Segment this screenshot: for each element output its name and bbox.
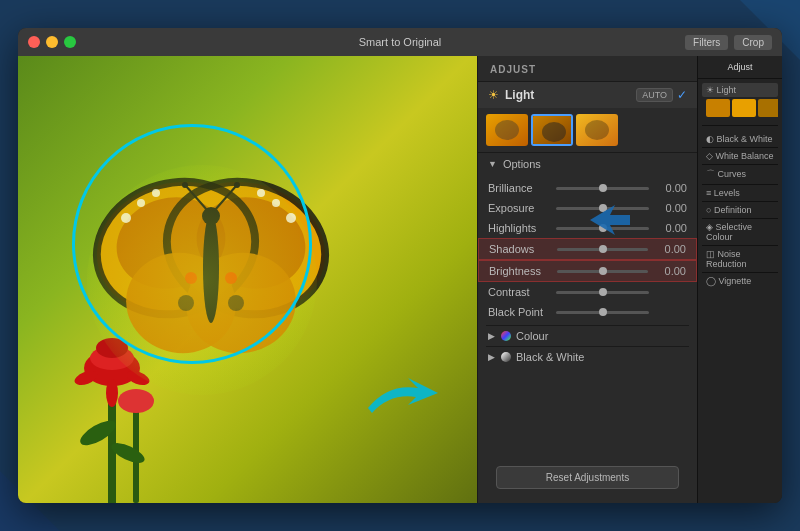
app-window: Smart to Original Filters Crop [18, 28, 782, 503]
light-section-title: Light [505, 88, 636, 102]
filmstrip-header: Adjust [698, 56, 782, 79]
svg-rect-41 [706, 99, 730, 117]
svg-point-38 [542, 122, 566, 142]
brilliance-slider[interactable] [556, 187, 649, 190]
filmstrip-bw-label: ◐ Black & White [706, 134, 773, 144]
filters-tab[interactable]: Filters [685, 35, 728, 50]
title-bar-center: Smart to Original [359, 36, 442, 48]
colour-arrow-icon: ▶ [488, 331, 495, 341]
brightness-slider[interactable] [557, 270, 648, 273]
filmstrip-item-black-white[interactable]: ◐ Black & White [702, 132, 778, 146]
reset-adjustments-button[interactable]: Reset Adjustments [496, 466, 679, 489]
filmstrip-panel: Adjust ☀ Light [697, 56, 782, 503]
filmstrip-def-label: ○ Definition [706, 205, 751, 215]
filmstrip-curves-label: ⌒ Curves [706, 168, 746, 181]
svg-point-30 [106, 379, 118, 407]
filmstrip-tab-adjust[interactable]: Adjust [727, 62, 752, 72]
main-content: ADJUST ☀ Light AUTO ✓ [18, 56, 782, 503]
filmstrip-item-definition[interactable]: ○ Definition [702, 203, 778, 217]
shadows-value: 0.00 [654, 243, 686, 255]
thumbnail-strip [478, 108, 697, 153]
cyan-arrow [358, 353, 458, 423]
sliders-section: Brilliance 0.00 Exposure 0.00 [478, 175, 697, 325]
thumb-1[interactable] [486, 114, 528, 146]
svg-point-20 [185, 272, 197, 284]
thumb-3[interactable] [576, 114, 618, 146]
filmstrip-items-section: ◐ Black & White ◇ White Balance ⌒ Curves… [698, 128, 782, 292]
colour-label: Colour [516, 330, 548, 342]
adjust-panel: ADJUST ☀ Light AUTO ✓ [477, 56, 697, 503]
highlights-row: Highlights 0.00 [478, 218, 697, 238]
brightness-label: Brightness [489, 265, 551, 277]
filmstrip-item-sel-colour[interactable]: ◈ Selective Colour [702, 220, 778, 244]
highlights-label: Highlights [488, 222, 550, 234]
filmstrip-levels-label: ≡ Levels [706, 188, 740, 198]
colour-section-header[interactable]: ▶ Colour [478, 326, 697, 346]
adjust-header: ADJUST [478, 56, 697, 82]
check-icon: ✓ [677, 88, 687, 102]
filmstrip-item-light[interactable]: ☀ Light [702, 83, 778, 97]
svg-rect-42 [732, 99, 756, 117]
crop-tab[interactable]: Crop [734, 35, 772, 50]
colour-icon [501, 331, 511, 341]
brilliance-value: 0.00 [655, 182, 687, 194]
svg-point-15 [202, 207, 220, 225]
blackpoint-slider[interactable] [556, 311, 649, 314]
svg-point-10 [272, 199, 280, 207]
filmstrip-thumb-row [702, 97, 778, 119]
filmstrip-thumb-2 [732, 99, 756, 117]
close-button[interactable] [28, 36, 40, 48]
photo-area [18, 56, 477, 503]
filmstrip-vignette-label: ◯ Vignette [706, 276, 751, 286]
filmstrip-item-curves[interactable]: ⌒ Curves [702, 166, 778, 183]
bw-section-header[interactable]: ▶ Black & White [478, 347, 697, 367]
svg-point-27 [96, 338, 128, 358]
brightness-row: Brightness 0.00 [478, 260, 697, 282]
blackpoint-row: Black Point [478, 302, 697, 322]
title-bar-right: Filters Crop [685, 35, 772, 50]
bw-label: Black & White [516, 351, 584, 363]
highlights-value: 0.00 [655, 222, 687, 234]
brightness-value: 0.00 [654, 265, 686, 277]
options-header[interactable]: ▼ Options [478, 153, 697, 175]
exposure-label: Exposure [488, 202, 550, 214]
options-arrow-icon: ▼ [488, 159, 497, 169]
highlights-slider[interactable] [556, 227, 649, 230]
sun-icon: ☀ [488, 88, 499, 102]
svg-point-19 [234, 182, 240, 188]
filmstrip-light-section: ☀ Light [698, 79, 782, 123]
svg-point-7 [137, 199, 145, 207]
minimize-button[interactable] [46, 36, 58, 48]
maximize-button[interactable] [64, 36, 76, 48]
exposure-row: Exposure 0.00 [478, 198, 697, 218]
filmstrip-item-wb[interactable]: ◇ White Balance [702, 149, 778, 163]
filmstrip-item-vignette[interactable]: ◯ Vignette [702, 274, 778, 288]
fs-divider-5 [702, 201, 778, 202]
svg-point-8 [152, 189, 160, 197]
fs-divider-8 [702, 272, 778, 273]
brilliance-label: Brilliance [488, 182, 550, 194]
reset-adjustments-container: Reset Adjustments [478, 460, 697, 503]
shadows-slider[interactable] [557, 248, 648, 251]
filmstrip-item-noise[interactable]: ◫ Noise Reduction [702, 247, 778, 271]
contrast-slider[interactable] [556, 291, 649, 294]
svg-point-18 [182, 182, 188, 188]
flower-image [48, 293, 188, 503]
exposure-value: 0.00 [655, 202, 687, 214]
fs-divider-1 [702, 125, 778, 126]
svg-point-6 [121, 213, 131, 223]
shadows-row: Shadows 0.00 [478, 238, 697, 260]
bw-icon [501, 352, 511, 362]
filmstrip-item-levels[interactable]: ≡ Levels [702, 186, 778, 200]
options-label: Options [503, 158, 541, 170]
fs-divider-3 [702, 164, 778, 165]
auto-badge[interactable]: AUTO [636, 88, 673, 102]
title-bar: Smart to Original Filters Crop [18, 28, 782, 56]
contrast-label: Contrast [488, 286, 550, 298]
svg-point-36 [495, 120, 519, 140]
light-section-header[interactable]: ☀ Light AUTO ✓ [478, 82, 697, 108]
filmstrip-selcol-label: ◈ Selective Colour [706, 222, 774, 242]
svg-point-40 [585, 120, 609, 140]
exposure-slider[interactable] [556, 207, 649, 210]
thumb-2[interactable] [531, 114, 573, 146]
